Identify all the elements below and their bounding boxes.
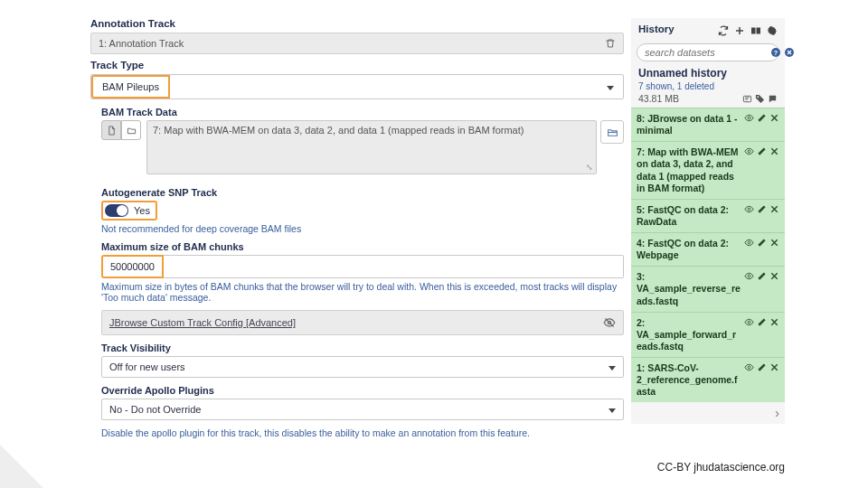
dataset-item[interactable]: 2: VA_sample_forward_reads.fastq [631, 312, 785, 357]
eye-icon[interactable] [744, 271, 754, 281]
plus-icon[interactable] [734, 25, 745, 36]
svg-point-10 [748, 150, 750, 153]
dataset-title: 8: JBrowse on data 1 - minimal [637, 113, 744, 136]
annotation-icon[interactable] [742, 94, 752, 104]
eye-icon[interactable] [744, 146, 754, 156]
dataset-item[interactable]: 8: JBrowse on data 1 - minimal [631, 108, 785, 141]
dataset-item[interactable]: 7: Map with BWA-MEM on data 3, data 2, a… [631, 141, 785, 199]
track-type-label: Track Type [90, 60, 624, 70]
apollo-label: Override Apollo Plugins [101, 385, 624, 396]
svg-text:?: ? [774, 50, 778, 56]
eye-icon[interactable] [744, 317, 754, 327]
snp-toggle-value: Yes [134, 205, 150, 216]
chevron-down-icon [607, 81, 623, 92]
dataset-item[interactable]: 1: SARS-CoV-2_reference_genome.fasta [631, 357, 785, 402]
annotation-track-label: 1: Annotation Track [99, 38, 184, 49]
edit-icon[interactable] [757, 113, 767, 123]
eye-icon[interactable] [744, 113, 754, 123]
tag-icon[interactable] [755, 94, 765, 104]
delete-icon[interactable] [769, 113, 779, 123]
svg-point-13 [748, 275, 750, 277]
max-chunks-label: Maximum size of BAM chunks [101, 241, 624, 252]
clear-icon[interactable] [784, 47, 795, 58]
track-type-value: BAM Pileups [102, 81, 159, 92]
dataset-title: 3: VA_sample_reverse_reads.fastq [637, 271, 744, 306]
max-chunks-help: Maximum size in bytes of BAM chunks that… [101, 281, 624, 303]
annotation-track-row: 1: Annotation Track [90, 33, 624, 54]
dataset-source-toggle[interactable] [101, 120, 141, 140]
search-field[interactable] [645, 47, 770, 58]
eye-icon[interactable] [744, 238, 754, 248]
scroll-right-icon[interactable]: › [775, 406, 779, 420]
snp-toggle[interactable]: Yes [103, 202, 156, 219]
snp-help-text: Not recommended for deep coverage BAM fi… [101, 223, 624, 234]
comment-icon[interactable] [768, 94, 778, 104]
advanced-config-link[interactable]: JBrowse Custom Track Config [Advanced] [109, 317, 296, 328]
browse-button[interactable] [600, 120, 624, 144]
toggle-switch-icon [105, 204, 128, 217]
advanced-config-section[interactable]: JBrowse Custom Track Config [Advanced] [101, 310, 624, 335]
dataset-item[interactable]: 5: FastQC on data 2: RawData [631, 199, 785, 232]
edit-icon[interactable] [757, 204, 767, 214]
svg-rect-2 [757, 28, 761, 34]
svg-point-11 [748, 208, 750, 211]
dataset-title: 4: FastQC on data 2: Webpage [637, 238, 744, 261]
apollo-value: No - Do not Override [109, 404, 201, 415]
refresh-icon[interactable] [718, 25, 729, 36]
chevron-down-icon [609, 404, 616, 415]
delete-icon[interactable] [769, 362, 779, 372]
delete-icon[interactable] [769, 238, 779, 248]
track-type-dropdown[interactable]: BAM Pileups [90, 74, 624, 99]
dataset-item[interactable]: 4: FastQC on data 2: Webpage [631, 232, 785, 266]
attribution-text: CC-BY jhudatascience.org [657, 461, 785, 474]
bam-track-data-value: 7: Map with BWA-MEM on data 3, data 2, a… [153, 125, 524, 136]
resize-handle-icon[interactable]: ⤡ [586, 163, 593, 172]
edit-icon[interactable] [757, 271, 767, 281]
edit-icon[interactable] [757, 146, 767, 156]
view-all-icon[interactable] [750, 25, 761, 36]
apollo-help: Disable the apollo plugin for this track… [101, 427, 624, 438]
bam-track-data-select[interactable]: 7: Map with BWA-MEM on data 3, data 2, a… [146, 120, 597, 174]
dataset-title: 5: FastQC on data 2: RawData [637, 204, 744, 228]
svg-rect-1 [751, 28, 756, 34]
svg-point-12 [748, 241, 750, 244]
svg-point-8 [757, 96, 759, 98]
search-datasets-input[interactable]: ? [637, 43, 779, 61]
eye-icon[interactable] [744, 362, 754, 372]
eye-off-icon[interactable] [603, 316, 616, 329]
visibility-value: Off for new users [109, 361, 185, 372]
svg-point-15 [748, 366, 750, 369]
visibility-dropdown[interactable]: Off for new users [101, 356, 624, 378]
annotation-track-heading: Annotation Track [90, 18, 624, 29]
max-chunks-value: 50000000 [103, 257, 162, 277]
history-name[interactable]: Unnamed history [638, 67, 778, 80]
dataset-item[interactable]: 3: VA_sample_reverse_reads.fastq [631, 266, 785, 311]
edit-icon[interactable] [757, 238, 767, 248]
dataset-title: 2: VA_sample_forward_reads.fastq [637, 317, 744, 352]
svg-point-14 [748, 321, 750, 324]
eye-icon[interactable] [744, 204, 754, 214]
delete-icon[interactable] [769, 317, 779, 327]
file-icon[interactable] [101, 120, 121, 140]
gear-icon[interactable] [767, 25, 778, 36]
delete-icon[interactable] [769, 146, 779, 156]
history-panel: History ? Unnamed history 7 shown, 1 del… [631, 18, 785, 424]
bam-track-data-label: BAM Track Data [101, 107, 624, 117]
svg-point-9 [748, 117, 750, 119]
help-icon[interactable]: ? [770, 47, 781, 58]
visibility-label: Track Visibility [101, 343, 624, 353]
delete-icon[interactable] [769, 204, 779, 214]
folder-icon[interactable] [121, 120, 141, 140]
edit-icon[interactable] [757, 317, 767, 327]
edit-icon[interactable] [757, 362, 767, 372]
history-counts[interactable]: 7 shown, 1 deleted [638, 81, 778, 91]
apollo-dropdown[interactable]: No - Do not Override [101, 399, 624, 420]
chevron-down-icon [609, 361, 616, 372]
history-heading: History [638, 23, 675, 34]
snp-track-label: Autogenerate SNP Track [101, 187, 624, 198]
history-size: 43.81 MB [638, 93, 679, 104]
trash-icon[interactable] [605, 38, 616, 49]
max-chunks-input[interactable] [164, 255, 624, 278]
delete-icon[interactable] [769, 271, 779, 281]
dataset-title: 1: SARS-CoV-2_reference_genome.fasta [637, 362, 744, 398]
